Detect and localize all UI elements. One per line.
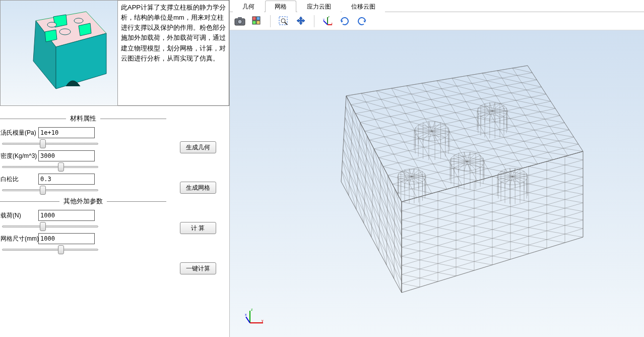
svg-line-120 [440,116,460,121]
svg-line-112 [443,152,463,156]
generate-mesh-button[interactable]: 生成网格 [180,182,216,194]
svg-line-102 [438,173,458,177]
density-slider[interactable] [2,166,98,168]
rotate-ccw-icon[interactable] [355,14,369,28]
svg-line-676 [246,317,250,323]
svg-line-614 [524,171,527,174]
meshsize-input[interactable] [38,233,95,244]
svg-marker-27 [346,66,583,202]
svg-line-158 [495,122,514,126]
svg-rect-14 [252,21,256,24]
svg-line-149 [494,149,513,153]
svg-line-455 [448,128,449,131]
svg-line-591 [498,177,512,180]
density-input[interactable] [38,150,95,161]
meshsize-slider[interactable] [2,249,98,251]
oneclick-compute-button[interactable]: 一键计算 [180,262,216,274]
svg-line-198 [559,141,578,144]
pan-icon[interactable] [294,14,308,28]
load-input[interactable] [38,210,95,221]
svg-line-59 [360,123,380,128]
svg-line-163 [518,160,538,164]
svg-line-187 [548,152,568,155]
svg-line-380 [529,219,547,222]
svg-line-348 [474,217,492,220]
svg-line-255 [372,204,379,229]
svg-line-127 [473,173,492,177]
svg-line-313 [402,284,420,287]
svg-line-326 [438,210,456,214]
svg-marker-25 [341,21,343,23]
load-slider[interactable] [2,226,98,228]
youngs-input[interactable] [38,127,95,138]
svg-line-370 [510,224,529,228]
tab-mesh[interactable]: 网格 [265,1,296,12]
svg-line-81 [381,99,401,105]
poisson-input[interactable] [38,174,95,185]
svg-line-104 [407,86,426,91]
svg-line-92 [392,88,411,94]
svg-line-247 [365,190,372,215]
svg-line-175 [533,156,553,160]
select-icon[interactable] [250,14,264,28]
tab-displacement[interactable]: 位移云图 [342,1,385,12]
top-row: 此APP计算了支撑立柱板的静力学分析，结构的单位是mm，用来对立柱进行支撑以及保… [0,0,229,106]
svg-line-367 [510,198,529,201]
tab-geometry[interactable]: 几何 [233,1,264,12]
svg-line-319 [420,242,438,246]
svg-line-220 [345,118,352,142]
svg-line-267 [388,187,395,211]
svg-line-124 [459,148,478,153]
svg-rect-13 [256,17,260,20]
svg-point-7 [74,18,83,23]
svg-line-650 [399,172,401,174]
svg-line-410 [441,137,445,139]
svg-line-233 [349,185,356,209]
form-right: 生成几何 生成网格 计 算 一键计算 [166,111,229,337]
svg-line-227 [353,120,359,144]
compute-button[interactable]: 计 算 [180,222,216,234]
svg-line-638 [401,182,405,183]
svg-line-236 [359,144,366,168]
svg-line-107 [421,110,440,116]
svg-line-358 [492,212,510,215]
svg-text:y: y [262,319,264,323]
svg-line-645 [399,177,412,179]
svg-line-235 [360,133,366,157]
zoom-box-icon[interactable] [277,14,291,28]
mesh-viewport[interactable]: z y x [230,30,644,337]
svg-line-596 [498,171,501,174]
generate-geometry-button[interactable]: 生成几何 [180,141,216,153]
poisson-slider[interactable] [2,189,98,191]
description-text: 此APP计算了支撑立柱板的静力学分析，结构的单位是mm，用来对立柱进行支撑以及保… [121,4,226,62]
svg-line-119 [436,107,456,113]
axes-icon[interactable]: zxy [320,14,335,28]
svg-line-239 [358,177,365,201]
svg-line-195 [545,119,564,123]
tab-stress[interactable]: 应力云图 [297,1,341,12]
rotate-cw-icon[interactable] [338,14,352,28]
svg-line-387 [547,188,565,191]
camera-icon[interactable] [233,14,247,28]
svg-line-144 [471,109,490,114]
svg-line-141 [457,86,476,91]
svg-line-341 [456,249,474,253]
svg-marker-26 [363,21,366,23]
svg-line-376 [529,184,547,188]
svg-line-93 [396,97,416,102]
svg-line-130 [446,97,466,102]
svg-line-539 [450,158,451,161]
svg-line-79 [412,189,432,193]
svg-line-330 [438,246,456,249]
svg-line-357 [492,203,510,207]
svg-line-353 [474,261,492,265]
svg-line-398 [565,191,583,194]
svg-line-240 [357,188,364,212]
svg-line-193 [536,104,555,108]
svg-line-116 [422,83,441,89]
youngs-slider[interactable] [2,143,98,145]
svg-line-73 [384,137,404,142]
svg-line-343 [456,267,474,270]
svg-line-671 [425,174,426,177]
svg-line-491 [481,104,485,106]
